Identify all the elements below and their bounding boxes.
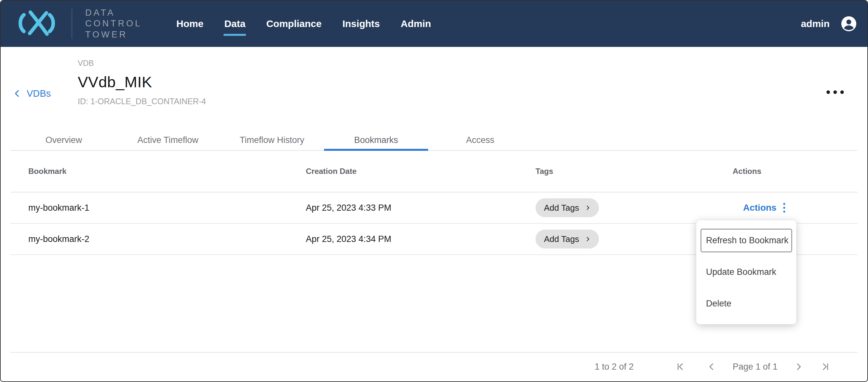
page-head: VDBs VDB VVdb_MIK ID: 1-ORACLE_DB_CONTAI… [1,47,867,130]
tab-access[interactable]: Access [428,130,532,150]
add-tags-label: Add Tags [544,234,579,244]
nav-item-insights[interactable]: Insights [342,16,380,31]
next-page-icon[interactable] [792,360,806,374]
username-label: admin [801,18,830,29]
main-nav: Home Data Compliance Insights Admin [176,16,432,31]
back-link-label: VDBs [27,88,51,99]
brand-wordmark: DATA CONTROL TOWER [85,7,142,40]
entity-heading: VDB VVdb_MIK ID: 1-ORACLE_DB_CONTAINER-4 [78,59,206,106]
creation-date: Apr 25, 2023 4:33 PM [306,203,535,213]
tab-bookmarks[interactable]: Bookmarks [324,130,428,150]
tab-active-timeflow[interactable]: Active Timeflow [116,130,220,150]
page-title: VVdb_MIK [78,73,206,91]
chevron-right-icon [585,204,590,212]
delphix-logo-icon [12,7,61,40]
add-tags-label: Add Tags [544,203,579,213]
app-window: DATA CONTROL TOWER Home Data Compliance … [0,0,868,382]
page-indicator-label: Page 1 of 1 [733,362,778,372]
logo-divider [71,9,72,39]
previous-page-icon[interactable] [705,360,718,374]
menu-item-update-bookmark[interactable]: Update Bookmark [701,260,792,284]
chevron-right-icon [585,235,590,243]
nav-item-data[interactable]: Data [223,16,246,31]
back-to-vdbs-link[interactable]: VDBs [13,88,51,99]
row-range-label: 1 to 2 of 2 [595,362,634,372]
last-page-icon[interactable] [818,360,832,374]
table-row: my-bookmark-1 Apr 25, 2023 4:33 PM Add T… [10,193,858,224]
entity-type-label: VDB [78,59,206,68]
nav-item-compliance[interactable]: Compliance [266,16,322,31]
column-header-bookmark: Bookmark [28,167,306,176]
app-header: DATA CONTROL TOWER Home Data Compliance … [1,1,867,47]
chevron-left-icon [13,88,22,99]
column-header-actions: Actions [733,167,858,176]
ellipsis-horizontal-icon[interactable] [823,87,848,99]
tab-timeflow-history[interactable]: Timeflow History [220,130,324,150]
creation-date: Apr 25, 2023 4:34 PM [306,234,535,244]
bookmark-name: my-bookmark-2 [28,234,306,244]
brand-wordmark-line: TOWER [85,29,142,40]
column-header-creation-date: Creation Date [306,167,535,176]
tab-overview[interactable]: Overview [12,130,116,150]
kebab-vertical-icon[interactable] [782,203,786,213]
bookmark-name: my-bookmark-1 [28,203,306,213]
entity-id-label: ID: 1-ORACLE_DB_CONTAINER-4 [78,97,206,106]
brand-wordmark-line: CONTROL [85,18,142,29]
account-circle-icon[interactable] [841,16,856,31]
nav-item-home[interactable]: Home [176,16,204,31]
menu-item-delete[interactable]: Delete [701,292,792,316]
table-header-row: Bookmark Creation Date Tags Actions [10,151,858,193]
add-tags-button[interactable]: Add Tags [535,230,599,248]
first-page-icon[interactable] [674,360,687,374]
user-menu[interactable]: admin [801,16,856,31]
menu-item-refresh-to-bookmark[interactable]: Refresh to Bookmark [701,229,792,253]
brand-wordmark-line: DATA [85,7,142,18]
column-header-tags: Tags [535,167,733,176]
actions-dropdown-menu: Refresh to Bookmark Update Bookmark Dele… [696,220,797,324]
actions-menu-button[interactable]: Actions [743,203,777,213]
add-tags-button[interactable]: Add Tags [535,198,599,217]
tab-bar: Overview Active Timeflow Timeflow Histor… [10,130,858,151]
nav-item-admin[interactable]: Admin [400,16,431,31]
pagination-bar: 1 to 2 of 2 Page 1 of 1 [10,352,858,381]
